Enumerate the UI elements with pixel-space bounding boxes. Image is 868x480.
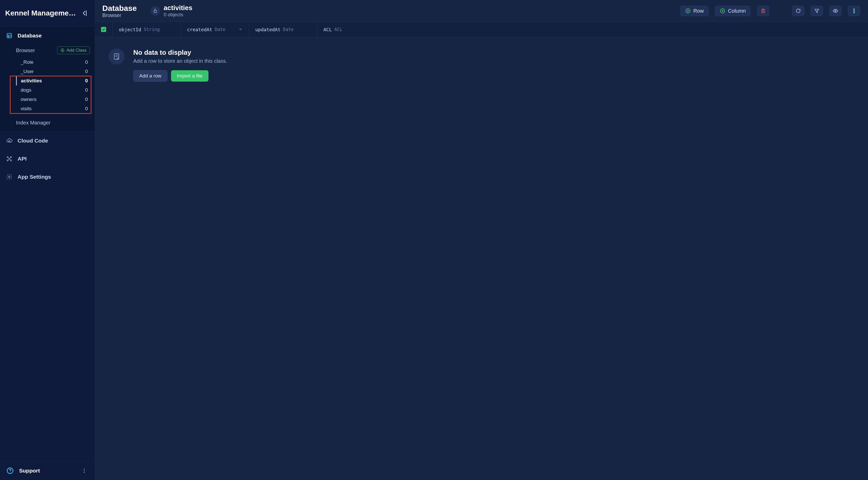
nav-label-api: API	[18, 156, 27, 162]
svg-point-14	[7, 160, 8, 161]
nav-item-api[interactable]: API	[0, 150, 95, 168]
class-item-visits[interactable]: visits 0	[16, 104, 90, 114]
column-header-row: objectId String createdAt Date updatedAt…	[95, 22, 868, 37]
class-item-activities[interactable]: activities 0	[16, 76, 90, 86]
svg-point-22	[84, 470, 85, 471]
class-item-owners[interactable]: owners 0	[16, 95, 90, 104]
highlight-box: activities 0 dogs 0 owners 0	[16, 76, 90, 114]
add-class-button[interactable]: Add Class	[57, 46, 90, 54]
empty-state: No data to display Add a row to store an…	[95, 37, 868, 93]
lock-open-icon	[151, 6, 160, 15]
svg-rect-24	[154, 10, 157, 12]
breadcrumb-main: Database	[102, 4, 137, 12]
svg-point-33	[835, 10, 836, 11]
svg-point-7	[9, 141, 10, 142]
nav-item-cloud-code[interactable]: Cloud Code	[0, 132, 95, 150]
empty-add-row-button[interactable]: Add a row	[133, 70, 167, 82]
svg-point-21	[84, 469, 85, 470]
nav-index-manager[interactable]: Index Manager	[0, 117, 95, 128]
empty-state-icon	[108, 49, 125, 65]
support-icon	[6, 466, 14, 475]
current-class-name: activities	[163, 4, 192, 12]
app-name: Kennel Management …	[5, 9, 80, 17]
svg-point-13	[10, 157, 11, 158]
chevron-collapse-icon	[81, 9, 88, 17]
topbar: Database Browser activities 0 objects	[95, 0, 868, 22]
current-class-count: 0 objects	[163, 12, 192, 18]
svg-point-15	[10, 160, 11, 161]
nav-section-database: Database Browser Add Class	[0, 26, 95, 132]
refresh-button[interactable]	[792, 6, 804, 16]
plus-circle-icon	[685, 8, 691, 14]
column-select-all[interactable]	[95, 22, 113, 37]
add-row-button[interactable]: Row	[680, 6, 709, 16]
sidebar-footer: Support	[0, 461, 95, 480]
breadcrumb: Database Browser	[102, 4, 137, 18]
nav-item-app-settings[interactable]: App Settings	[0, 168, 95, 186]
more-vertical-icon	[82, 468, 87, 474]
plus-circle-icon	[60, 48, 65, 53]
footer-more-button[interactable]	[80, 466, 89, 475]
browser-label: Browser	[16, 47, 35, 54]
api-icon	[6, 155, 13, 162]
sort-desc-icon	[239, 27, 243, 32]
column-header-updatedat[interactable]: updatedAt Date	[249, 22, 317, 37]
column-header-objectid[interactable]: objectId String	[113, 22, 181, 37]
empty-title: No data to display	[133, 49, 227, 57]
class-item-role[interactable]: _Role 0	[16, 58, 90, 67]
empty-subtitle: Add a row to store an object in this cla…	[133, 58, 227, 64]
svg-point-18	[8, 176, 10, 178]
cloud-code-icon	[6, 137, 13, 144]
database-icon	[6, 32, 13, 39]
add-column-button[interactable]: Column	[715, 6, 751, 16]
svg-rect-0	[7, 33, 11, 38]
checkbox-checked-icon	[101, 27, 106, 32]
more-vertical-icon	[851, 8, 857, 14]
nav-label-cloud-code: Cloud Code	[18, 138, 48, 144]
column-header-createdat[interactable]: createdAt Date	[181, 22, 249, 37]
svg-point-12	[7, 157, 8, 158]
svg-point-36	[854, 12, 855, 13]
visibility-button[interactable]	[829, 6, 842, 16]
delete-button[interactable]	[757, 6, 769, 16]
svg-point-34	[854, 9, 855, 10]
filter-icon	[814, 8, 820, 14]
more-button[interactable]	[848, 6, 860, 16]
nav-label-database: Database	[18, 33, 41, 39]
browser-header: Browser Add Class	[16, 45, 90, 56]
class-list: _Role 0 _User 0 activities 0	[16, 58, 90, 114]
collapse-sidebar-button[interactable]	[80, 8, 89, 18]
refresh-icon	[796, 8, 801, 14]
gear-icon	[6, 173, 13, 181]
plus-circle-icon	[720, 8, 725, 14]
class-item-dogs[interactable]: dogs 0	[16, 86, 90, 95]
trash-icon	[760, 8, 766, 14]
column-header-acl[interactable]: ACL ACL	[317, 22, 868, 37]
svg-point-20	[10, 472, 10, 473]
empty-import-file-button[interactable]: Import a file	[171, 70, 209, 82]
sidebar: Kennel Management …	[0, 0, 95, 480]
sidebar-header: Kennel Management …	[0, 0, 95, 26]
support-label[interactable]: Support	[19, 468, 75, 474]
nav-item-database[interactable]: Database	[0, 27, 95, 45]
nav-label-app-settings: App Settings	[18, 174, 51, 180]
class-item-user[interactable]: _User 0	[16, 67, 90, 76]
eye-icon	[833, 8, 838, 14]
svg-point-23	[84, 472, 85, 473]
class-pill[interactable]: activities 0 objects	[151, 4, 192, 18]
breadcrumb-sub: Browser	[102, 12, 137, 18]
filter-button[interactable]	[811, 6, 823, 16]
main: Database Browser activities 0 objects	[95, 0, 868, 480]
svg-point-35	[854, 10, 855, 11]
